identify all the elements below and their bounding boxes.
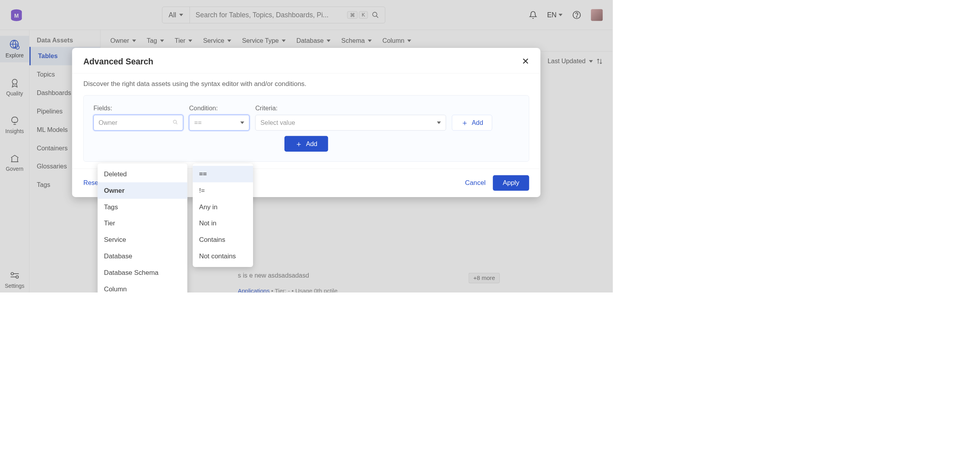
apply-button[interactable]: Apply [493, 175, 529, 190]
condition-option[interactable]: == [193, 166, 253, 183]
fields-option[interactable]: Column [98, 281, 188, 292]
condition-label: Condition: [189, 104, 250, 112]
add-row-button[interactable]: ＋ Add [284, 136, 328, 152]
fields-label: Fields: [93, 104, 183, 112]
fields-option[interactable]: Owner [98, 182, 188, 199]
condition-option[interactable]: != [193, 182, 253, 199]
fields-option[interactable]: Deleted [98, 166, 188, 183]
condition-option[interactable]: Not contains [193, 248, 253, 265]
chevron-down-icon [240, 121, 244, 124]
condition-option[interactable]: Not in [193, 215, 253, 232]
fields-option[interactable]: Tier [98, 215, 188, 232]
chevron-down-icon [437, 121, 441, 124]
fields-select[interactable]: Owner [93, 115, 183, 131]
fields-option[interactable]: Database [98, 248, 188, 265]
plus-icon: ＋ [295, 140, 302, 148]
criteria-select[interactable]: Select value [255, 115, 446, 131]
modal-overlay: Advanced Search ✕ Discover the right dat… [0, 0, 612, 292]
fields-dropdown: DeletedOwnerTagsTierServiceDatabaseDatab… [98, 163, 188, 292]
modal-hint: Discover the right data assets using the… [84, 80, 529, 88]
close-icon[interactable]: ✕ [522, 57, 529, 66]
add-condition-button[interactable]: ＋ Add [452, 115, 492, 131]
fields-option[interactable]: Tags [98, 199, 188, 215]
condition-option[interactable]: Any in [193, 199, 253, 215]
fields-option[interactable]: Service [98, 232, 188, 248]
modal-title: Advanced Search [84, 57, 153, 66]
condition-dropdown: ==!=Any inNot inContainsNot contains [193, 163, 253, 267]
condition-select[interactable]: == [189, 115, 250, 131]
svg-line-18 [176, 123, 177, 124]
search-icon [173, 119, 178, 126]
plus-icon: ＋ [461, 119, 468, 126]
svg-point-17 [173, 120, 177, 123]
fields-option[interactable]: Database Schema [98, 265, 188, 281]
condition-option[interactable]: Contains [193, 232, 253, 248]
cancel-button[interactable]: Cancel [465, 179, 486, 186]
criteria-label: Criteria: [255, 104, 446, 112]
